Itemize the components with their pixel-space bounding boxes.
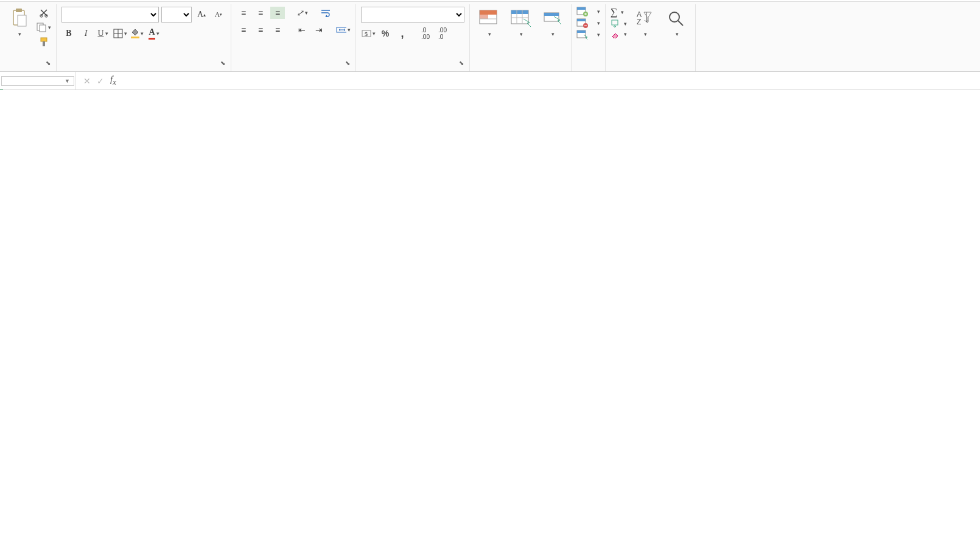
align-middle-button[interactable]: ≡ bbox=[253, 7, 268, 19]
group-editing: ∑▾ ▾ ▾ AZ ▾ ▾ bbox=[606, 4, 696, 71]
accounting-format-button[interactable]: $▾ bbox=[361, 27, 376, 40]
cell-styles-button[interactable]: ▾ bbox=[538, 7, 566, 38]
svg-rect-34 bbox=[612, 20, 618, 25]
svg-text:Z: Z bbox=[637, 18, 641, 26]
dialog-launcher-icon[interactable]: ⬊ bbox=[343, 60, 352, 68]
svg-rect-30 bbox=[577, 19, 586, 21]
insert-cells-button[interactable]: ▾ bbox=[576, 7, 600, 16]
orientation-button[interactable]: ⤢▾ bbox=[295, 7, 309, 19]
enter-formula-button[interactable]: ✓ bbox=[97, 76, 104, 86]
fill-color-button[interactable]: ▾ bbox=[130, 27, 144, 40]
increase-decimal-button[interactable]: .0.00 bbox=[418, 27, 433, 40]
svg-rect-1 bbox=[16, 9, 22, 12]
cancel-formula-button[interactable]: ✕ bbox=[83, 76, 91, 86]
group-number: $▾ % , .0.00 .00.0 ⬊ bbox=[356, 4, 470, 71]
chevron-down-icon: ▾ bbox=[18, 31, 21, 37]
borders-button[interactable]: ▾ bbox=[113, 27, 127, 40]
group-cells: ▾ ▾ ▾ bbox=[572, 4, 606, 71]
align-right-button[interactable]: ≡ bbox=[270, 24, 285, 36]
format-painter-button[interactable] bbox=[37, 36, 51, 48]
copy-button[interactable]: ▾ bbox=[37, 21, 51, 34]
cut-button[interactable] bbox=[37, 7, 51, 19]
align-bottom-button[interactable]: ≡ bbox=[270, 7, 285, 19]
format-cells-button[interactable]: ▾ bbox=[576, 30, 600, 40]
underline-button[interactable]: U▾ bbox=[96, 27, 110, 40]
svg-rect-2 bbox=[18, 15, 26, 26]
clear-button[interactable]: ▾ bbox=[611, 30, 627, 38]
align-left-button[interactable]: ≡ bbox=[236, 24, 251, 36]
font-size-select[interactable] bbox=[161, 7, 192, 23]
conditional-formatting-button[interactable]: ▾ bbox=[475, 7, 503, 38]
svg-text:$: $ bbox=[365, 31, 368, 37]
font-color-button[interactable]: A▾ bbox=[147, 27, 161, 40]
svg-point-37 bbox=[670, 12, 679, 22]
decrease-indent-button[interactable]: ⇤ bbox=[295, 24, 309, 36]
svg-rect-27 bbox=[577, 7, 586, 10]
wrap-text-button[interactable] bbox=[319, 7, 334, 19]
svg-rect-25 bbox=[544, 13, 559, 16]
sort-filter-icon: AZ bbox=[634, 8, 655, 29]
svg-rect-20 bbox=[511, 10, 528, 14]
number-format-select[interactable] bbox=[361, 7, 464, 23]
ribbon: ▾ ▾ ⬊ A▴ A▾ B I U▾ ▾ ▾ A▾ bbox=[0, 1, 980, 72]
svg-line-38 bbox=[678, 21, 683, 26]
cell-styles-icon bbox=[542, 8, 562, 29]
svg-rect-33 bbox=[577, 30, 586, 33]
percent-button[interactable]: % bbox=[378, 27, 393, 40]
bold-button[interactable]: B bbox=[61, 27, 76, 40]
group-clipboard: ▾ ▾ ⬊ bbox=[0, 4, 57, 71]
increase-font-button[interactable]: A▴ bbox=[194, 9, 209, 21]
autosum-button[interactable]: ∑▾ bbox=[611, 7, 627, 18]
merge-center-button[interactable]: ▾ bbox=[336, 24, 351, 36]
comma-button[interactable]: , bbox=[395, 27, 410, 40]
find-select-icon bbox=[666, 8, 687, 29]
sort-filter-button[interactable]: AZ ▾ bbox=[631, 7, 659, 38]
dialog-launcher-icon[interactable]: ⬊ bbox=[457, 60, 466, 68]
formula-bar: ▼ ✕ ✓ fx bbox=[0, 72, 980, 90]
increase-indent-button[interactable]: ⇥ bbox=[312, 24, 326, 36]
align-top-button[interactable]: ≡ bbox=[236, 7, 251, 19]
formula-input[interactable] bbox=[124, 76, 980, 86]
paste-button[interactable]: ▾ bbox=[5, 7, 33, 38]
format-as-table-icon bbox=[510, 8, 531, 29]
decrease-font-button[interactable]: A▾ bbox=[211, 9, 226, 21]
conditional-formatting-icon bbox=[478, 8, 499, 29]
format-as-table-button[interactable]: ▾ bbox=[506, 7, 534, 38]
svg-rect-7 bbox=[41, 38, 47, 41]
decrease-decimal-button[interactable]: .00.0 bbox=[435, 27, 450, 40]
dialog-launcher-icon[interactable]: ⬊ bbox=[44, 60, 52, 68]
group-alignment: ≡ ≡ ≡ ⤢▾ ≡ ≡ ≡ ⇤ ⇥ ▾ ⬊ bbox=[231, 4, 356, 71]
svg-rect-6 bbox=[40, 25, 46, 32]
fill-button[interactable]: ▾ bbox=[611, 19, 627, 28]
delete-cells-button[interactable]: ▾ bbox=[576, 18, 600, 28]
group-styles: ▾ ▾ ▾ bbox=[470, 4, 572, 71]
name-box[interactable]: ▼ bbox=[1, 76, 74, 86]
svg-rect-16 bbox=[480, 10, 497, 15]
font-name-select[interactable] bbox=[61, 7, 159, 23]
italic-button[interactable]: I bbox=[79, 27, 93, 40]
svg-rect-8 bbox=[43, 41, 45, 46]
dialog-launcher-icon[interactable]: ⬊ bbox=[219, 60, 227, 68]
paste-icon bbox=[9, 8, 29, 29]
fx-icon[interactable]: fx bbox=[110, 74, 116, 87]
align-center-button[interactable]: ≡ bbox=[253, 24, 268, 36]
find-select-button[interactable]: ▾ bbox=[662, 7, 690, 38]
svg-rect-17 bbox=[480, 15, 488, 19]
group-font: A▴ A▾ B I U▾ ▾ ▾ A▾ ⬊ bbox=[57, 4, 231, 71]
